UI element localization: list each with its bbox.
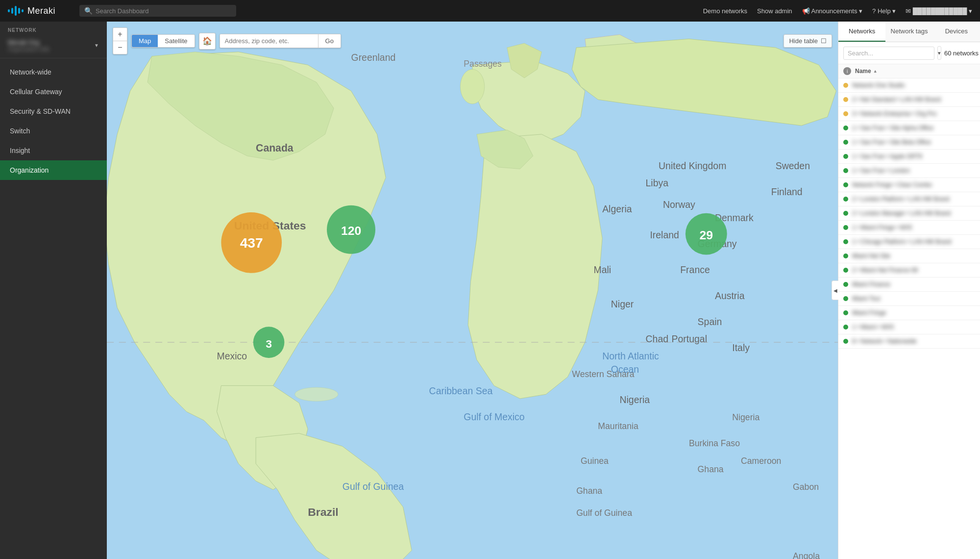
sort-icon[interactable]: ▲ — [873, 69, 878, 74]
map-toolbar: + − Map Satellite 🏠 Go Hide table ☐ — [113, 27, 832, 54]
panel-dropdown-button[interactable]: ▾ — [937, 46, 941, 60]
network-row[interactable]: 2 • Miami Net Finance 69 — [838, 263, 980, 278]
app-title: Meraki — [27, 6, 55, 16]
info-icon[interactable]: i — [843, 67, 851, 75]
sidebar-item-organization[interactable]: Organization — [0, 160, 107, 180]
search-area[interactable]: 🔍 — [79, 5, 236, 17]
network-name: 2 • Miami Net Finance 69 — [852, 267, 918, 274]
network-row[interactable]: Network One Studio — [838, 78, 980, 93]
network-row[interactable]: 1 • Miami • MX5 — [838, 320, 980, 334]
home-button[interactable]: 🏠 — [199, 33, 216, 50]
network-row[interactable]: Miami Finance — [838, 278, 980, 292]
network-row[interactable]: 2 • Net Standard • LAN HW Brand — [838, 93, 980, 107]
map-type-map-button[interactable]: Map — [132, 35, 158, 47]
map-type-buttons: Map Satellite — [131, 34, 195, 48]
zoom-out-button[interactable]: − — [113, 41, 127, 54]
network-name: 1 • San Fran • Apple GRT9 — [852, 153, 922, 160]
go-button[interactable]: Go — [318, 34, 341, 48]
network-row[interactable]: 1 • Miami Fringe • MX5 — [838, 221, 980, 235]
svg-text:Cameroon: Cameroon — [741, 456, 781, 466]
network-list: Network One Studio 2 • Net Standard • LA… — [838, 78, 980, 559]
sidebar-item-cellular-gateway[interactable]: Cellular Gateway — [0, 82, 107, 102]
demo-networks-link[interactable]: Demo networks — [703, 7, 747, 15]
network-name: Network Fringe • Clear Combo — [852, 181, 932, 188]
user-menu[interactable]: ✉ ████████████ ▾ — [906, 7, 972, 15]
network-name: 2 • London Platform • LAN HW Brand — [852, 196, 950, 203]
chevron-down-icon: ▼ — [94, 43, 99, 48]
tab-networks[interactable]: Networks — [838, 22, 885, 42]
sidebar-item-label: Cellular Gateway — [10, 88, 62, 96]
network-name: 1 • San Fran • Site Alpha Office — [852, 125, 933, 131]
status-dot — [843, 310, 848, 315]
network-name: Miami Tour — [852, 295, 881, 302]
svg-text:Austria: Austria — [715, 290, 745, 301]
help-menu[interactable]: ? Help ▾ — [872, 7, 896, 15]
panel-search-input[interactable] — [843, 47, 934, 60]
sidebar-item-label: Insight — [10, 147, 30, 154]
network-selector[interactable]: Meraki Org Organization (All) ▼ — [8, 37, 99, 54]
network-row[interactable]: 1 • San Fran • Site Alpha Office — [838, 121, 980, 135]
network-row[interactable]: 2 • London Manager • LAN HW Brand — [838, 206, 980, 221]
svg-text:North Atlantic: North Atlantic — [602, 351, 659, 361]
status-dot — [843, 111, 848, 116]
network-row[interactable]: 1 • San Fran • Site Beta Office — [838, 135, 980, 150]
svg-text:Caribbean Sea: Caribbean Sea — [429, 385, 493, 396]
network-section: NETWORK Meraki Org Organization (All) ▼ — [0, 22, 107, 58]
svg-text:Portugal: Portugal — [672, 333, 707, 344]
world-map[interactable]: Greenland Canada United States Mexico Br… — [107, 22, 838, 559]
sidebar-item-switch[interactable]: Switch — [0, 121, 107, 141]
panel-tabs: Networks Network tags Devices — [838, 22, 980, 42]
status-dot — [843, 254, 848, 258]
status-dot — [843, 83, 848, 88]
svg-point-8 — [460, 69, 484, 104]
network-name: 1 • Chicago Platform • LAN HW Brand — [852, 238, 951, 245]
network-row[interactable]: Miami Fringe — [838, 306, 980, 320]
topbar-right: Demo networks Show admin 📢 Announcements… — [703, 7, 972, 15]
search-input[interactable] — [96, 7, 231, 15]
sidebar-item-security[interactable]: Security & SD-WAN — [0, 102, 107, 121]
svg-rect-3 — [8, 9, 10, 12]
svg-text:Norway: Norway — [663, 199, 695, 210]
network-row[interactable]: 1 • Chicago Platform • LAN HW Brand — [838, 235, 980, 249]
network-name: 1 • San Fran • London — [852, 167, 910, 174]
hide-table-checkbox[interactable]: ☐ — [821, 37, 827, 45]
network-row[interactable]: Miami Net Site — [838, 249, 980, 263]
sidebar-item-network-wide[interactable]: Network-wide — [0, 62, 107, 82]
sidebar-item-label: Network-wide — [10, 68, 51, 76]
network-name: 2 • Net Standard • LAN HW Brand — [852, 96, 941, 103]
show-admin-link[interactable]: Show admin — [757, 7, 792, 15]
network-name: 3 • Network Enterprise • Org Pro — [852, 110, 936, 117]
zoom-in-button[interactable]: + — [113, 28, 127, 41]
tab-network-tags[interactable]: Network tags — [885, 22, 932, 42]
network-row[interactable]: 3 • Network Enterprise • Org Pro — [838, 107, 980, 121]
sidebar-item-insight[interactable]: Insight — [0, 141, 107, 160]
svg-text:Niger: Niger — [611, 299, 634, 309]
network-row[interactable]: 2 • London Platform • LAN HW Brand — [838, 192, 980, 206]
network-row[interactable]: Network Fringe • Clear Combo — [838, 178, 980, 192]
panel-collapse-button[interactable]: ◀ — [832, 280, 838, 300]
map-type-satellite-button[interactable]: Satellite — [158, 35, 194, 47]
network-row[interactable]: 1 • San Fran • London — [838, 164, 980, 178]
network-name: Miami Fringe — [852, 309, 886, 316]
panel-header-row: i Name ▲ — [838, 64, 980, 78]
network-row[interactable]: 1 • San Fran • Apple GRT9 — [838, 150, 980, 164]
svg-text:Guinea: Guinea — [581, 456, 609, 466]
network-row[interactable]: 8 • Network • Nationwide — [838, 334, 980, 349]
networks-count: 60 networks — [944, 50, 979, 57]
svg-text:Gulf of Guinea: Gulf of Guinea — [576, 508, 632, 518]
network-name: 8 • Network • Nationwide — [852, 338, 917, 345]
svg-text:Finland: Finland — [771, 186, 803, 197]
network-row[interactable]: Miami Tour — [838, 292, 980, 306]
address-input[interactable] — [220, 34, 318, 48]
hide-table-label: Hide table — [789, 37, 818, 45]
announcements-menu[interactable]: 📢 Announcements ▾ — [802, 7, 862, 15]
svg-text:Mali: Mali — [593, 264, 611, 275]
address-search: Go — [220, 34, 341, 48]
svg-rect-0 — [15, 6, 17, 16]
search-icon: 🔍 — [84, 7, 93, 15]
svg-rect-1 — [11, 8, 13, 14]
svg-text:437: 437 — [240, 235, 263, 251]
tab-devices[interactable]: Devices — [933, 22, 980, 42]
hide-table-button[interactable]: Hide table ☐ — [784, 34, 832, 48]
network-info: Meraki Org Organization (All) — [8, 39, 49, 52]
